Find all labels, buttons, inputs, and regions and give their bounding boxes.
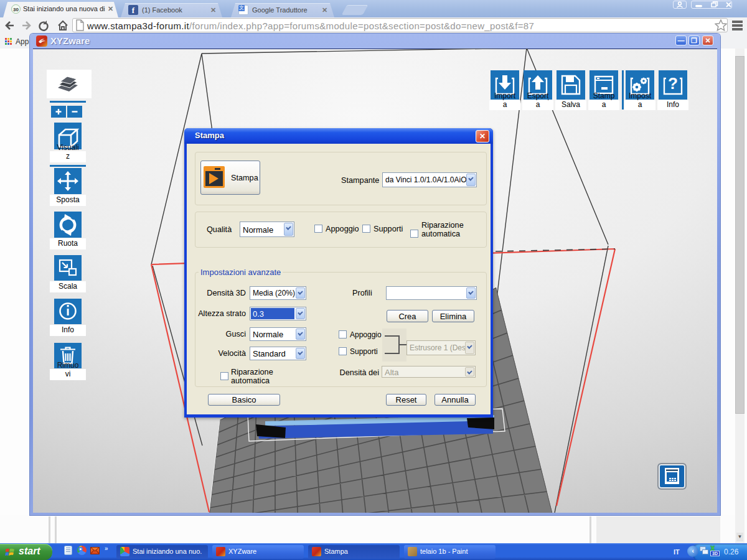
svg-text:?: ? (668, 74, 678, 93)
